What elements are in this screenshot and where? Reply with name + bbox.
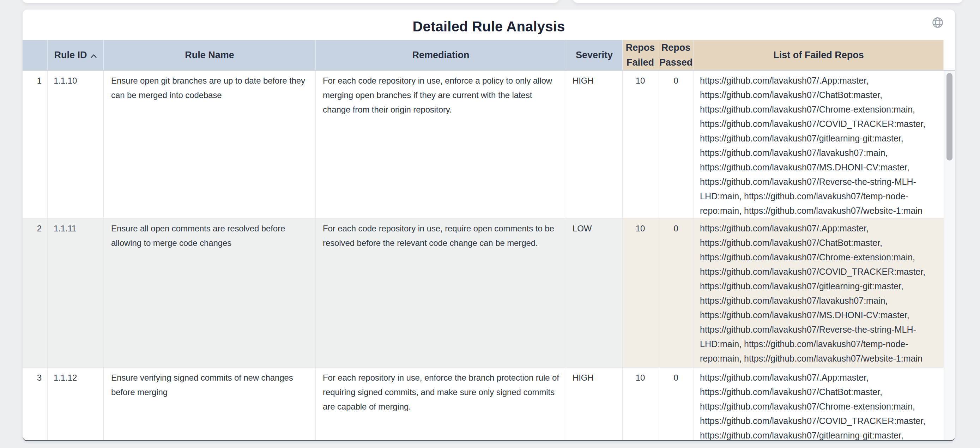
- cell-rule-id: 1.1.12: [48, 368, 104, 440]
- cell-repos-failed: 10: [623, 218, 658, 367]
- top-card-right: [573, 0, 963, 3]
- cell-severity: HIGH: [566, 71, 623, 218]
- column-header-rule-id[interactable]: Rule ID: [48, 40, 104, 70]
- cell-repos-passed: 0: [658, 218, 694, 367]
- cell-rule-id: 1.1.10: [48, 71, 104, 218]
- column-header-index: [22, 40, 48, 70]
- cell-remediation: For each code repository in use, require…: [316, 218, 566, 367]
- cell-rule-name: Ensure all open comments are resolved be…: [104, 218, 316, 367]
- column-header-repos-passed[interactable]: Repos Passed: [658, 40, 694, 70]
- cell-row-index: 2: [22, 218, 48, 367]
- column-header-severity[interactable]: Severity: [566, 40, 623, 70]
- table-row: 3 1.1.12 Ensure verifying signed commits…: [22, 367, 943, 440]
- cell-severity: HIGH: [566, 368, 623, 440]
- column-header-remediation[interactable]: Remediation: [316, 40, 566, 70]
- cell-remediation: For each repository in use, enforce the …: [316, 368, 566, 440]
- globe-icon: [932, 17, 943, 29]
- cell-severity: LOW: [566, 218, 623, 367]
- page-root: Detailed Rule Analysis Rule ID Rule Name…: [0, 0, 980, 448]
- vertical-scrollbar-thumb[interactable]: [947, 73, 953, 160]
- header-scrollbar-gutter: [943, 40, 955, 70]
- cell-remediation: For each code repository in use, enforce…: [316, 71, 566, 218]
- cell-failed-repos-list: https://github.com/lavakush07/.App:maste…: [694, 218, 943, 367]
- top-card-left: [22, 0, 559, 3]
- column-header-failed-repos-list[interactable]: List of Failed Repos: [694, 40, 943, 70]
- cell-repos-failed: 10: [623, 368, 658, 440]
- cell-rule-name: Ensure open git branches are up to date …: [104, 71, 316, 218]
- cell-rule-name: Ensure verifying signed commits of new c…: [104, 368, 316, 440]
- table-body: 1 1.1.10 Ensure open git branches are up…: [22, 71, 943, 440]
- sort-ascending-icon: [90, 48, 97, 62]
- cell-row-index: 3: [22, 368, 48, 440]
- column-header-repos-failed[interactable]: Repos Failed: [623, 40, 658, 70]
- cell-failed-repos-list: https://github.com/lavakush07/.App:maste…: [694, 71, 943, 218]
- column-header-rule-name[interactable]: Rule Name: [104, 40, 316, 70]
- cell-repos-passed: 0: [658, 368, 694, 440]
- cell-failed-repos-list: https://github.com/lavakush07/.App:maste…: [694, 368, 943, 440]
- table-row: 1 1.1.10 Ensure open git branches are up…: [22, 71, 943, 218]
- table-row: 2 1.1.11 Ensure all open comments are re…: [22, 218, 943, 367]
- page-title: Detailed Rule Analysis: [22, 19, 955, 34]
- column-header-rule-id-label: Rule ID: [54, 48, 87, 62]
- cell-row-index: 1: [22, 71, 48, 218]
- table-header-row: Rule ID Rule Name Remediation Severity R…: [22, 40, 955, 71]
- globe-button[interactable]: [932, 17, 943, 29]
- cell-rule-id: 1.1.11: [48, 218, 104, 367]
- cell-repos-failed: 10: [623, 71, 658, 218]
- rule-analysis-card: Detailed Rule Analysis Rule ID Rule Name…: [22, 10, 955, 441]
- cell-repos-passed: 0: [658, 71, 694, 218]
